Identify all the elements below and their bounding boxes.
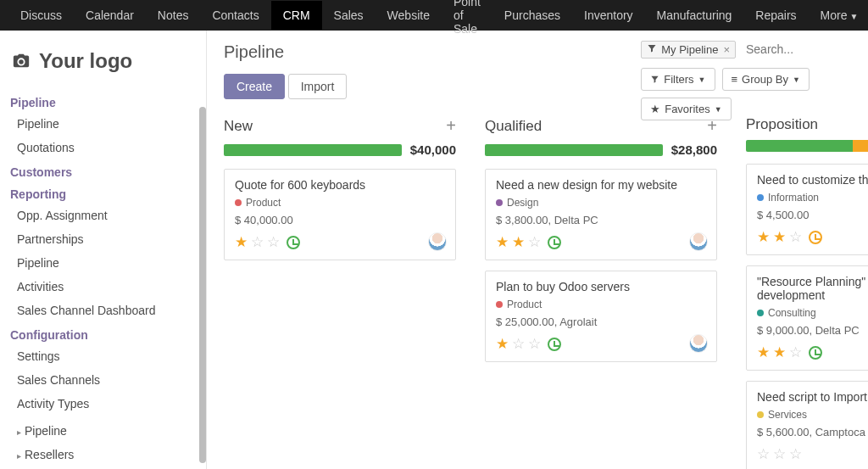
card-tag: Product [496, 299, 706, 310]
card-subtitle: $ 5,600.00, Camptoca [757, 426, 868, 438]
priority-star[interactable]: ★ [773, 228, 786, 246]
column-total: $40,000 [410, 142, 456, 157]
sidebar-item-sales-channel-dashboard[interactable]: Sales Channel Dashboard [8, 299, 198, 322]
priority-star[interactable]: ☆ [757, 445, 770, 463]
sidebar-header-pipeline[interactable]: Pipeline [8, 93, 198, 112]
nav-notes[interactable]: Notes [146, 1, 201, 30]
priority-star[interactable]: ★ [496, 233, 509, 251]
nav-more[interactable]: More▼ [809, 1, 868, 30]
nav-inventory[interactable]: Inventory [572, 1, 645, 30]
sidebar-item-pipeline[interactable]: Pipeline [8, 112, 198, 136]
sidebar-scrollbar[interactable] [199, 107, 206, 463]
tag-label: Product [246, 197, 281, 209]
tag-label: Information [768, 192, 819, 204]
card-footer: ★★☆ [757, 228, 868, 246]
kanban-card[interactable]: Need to customize theInformation$ 4,500.… [746, 164, 868, 255]
priority-star[interactable]: ☆ [512, 335, 525, 353]
tag-dot-icon [757, 194, 764, 201]
priority-star[interactable]: ★ [512, 233, 525, 251]
sidebar-header-configuration[interactable]: Configuration [8, 326, 198, 344]
tag-dot-icon [235, 199, 242, 206]
activity-clock-icon[interactable] [809, 346, 822, 360]
sidebar-header-reporting[interactable]: Reporting [8, 185, 198, 204]
avatar[interactable] [689, 334, 708, 353]
card-subtitle: $ 4,500.00 [757, 209, 868, 221]
card-footer: ★☆☆ [496, 335, 706, 353]
search-input[interactable] [741, 39, 868, 59]
nav-calendar[interactable]: Calendar [74, 1, 146, 30]
nav-discuss[interactable]: Discuss [8, 1, 74, 30]
create-button[interactable]: Create [224, 74, 285, 99]
chevron-down-icon: ▼ [698, 75, 706, 84]
close-icon[interactable]: × [723, 43, 730, 56]
priority-star[interactable]: ☆ [251, 233, 264, 251]
add-card-button[interactable]: + [446, 116, 456, 136]
priority-star[interactable]: ★ [773, 343, 786, 361]
priority-star[interactable]: ☆ [789, 228, 802, 246]
kanban-card[interactable]: Need a new design for my websiteDesign$ … [485, 169, 717, 260]
nav-manufacturing[interactable]: Manufacturing [645, 1, 744, 30]
card-title: Plan to buy Odoo servers [496, 280, 706, 293]
kanban-column-proposition: PropositionNeed to customize theInformat… [746, 116, 868, 469]
column-progress-bar [746, 140, 868, 152]
card-title: "Resource Planning" p development [757, 275, 868, 302]
import-button[interactable]: Import [288, 74, 348, 99]
kanban-card[interactable]: Plan to buy Odoo serversProduct$ 25,000.… [485, 271, 717, 362]
sidebar-item-partnerships[interactable]: Partnerships [8, 227, 198, 251]
activity-clock-icon[interactable] [548, 236, 561, 249]
nav-purchases[interactable]: Purchases [492, 1, 572, 30]
funnel-icon [647, 43, 657, 56]
tag-dot-icon [496, 301, 503, 308]
column-progress-bar [485, 144, 663, 156]
tag-label: Consulting [768, 307, 816, 319]
kanban-card[interactable]: Quote for 600 keyboardsProduct$ 40,000.0… [224, 169, 456, 260]
sidebar-item-pipeline[interactable]: Pipeline [8, 251, 198, 275]
priority-star[interactable]: ☆ [528, 233, 541, 251]
favorites-button[interactable]: ★ Favorites ▼ [641, 98, 731, 120]
activity-clock-icon[interactable] [548, 338, 561, 351]
groupby-button[interactable]: ≡ Group By ▼ [722, 68, 810, 91]
priority-star[interactable]: ★ [496, 335, 509, 353]
card-title: Need a new design for my website [496, 178, 706, 192]
priority-star[interactable]: ☆ [528, 335, 541, 353]
card-footer: ★★☆ [496, 233, 706, 251]
priority-star[interactable]: ☆ [789, 445, 802, 463]
avatar[interactable] [428, 232, 447, 251]
priority-star[interactable]: ☆ [789, 343, 802, 361]
sidebar-item-resellers[interactable]: Resellers [8, 443, 198, 466]
column-progress-bar [224, 144, 402, 156]
search-facet[interactable]: My Pipeline × [641, 41, 736, 59]
priority-star[interactable]: ☆ [267, 233, 280, 251]
avatar[interactable] [689, 232, 708, 251]
filters-button[interactable]: Filters ▼ [641, 68, 715, 91]
card-subtitle: $ 25,000.00, Agrolait [496, 315, 706, 328]
sidebar-item-activity-types[interactable]: Activity Types [8, 392, 198, 416]
top-nav: DiscussCalendarNotesContactsCRMSalesWebs… [0, 0, 868, 31]
search-bar[interactable]: My Pipeline × [641, 39, 868, 59]
sidebar-item-settings[interactable]: Settings [8, 344, 198, 368]
sidebar-item-pipeline[interactable]: Pipeline [8, 419, 198, 443]
kanban-card[interactable]: Need script to Import eServices$ 5,600.0… [746, 381, 868, 469]
sidebar-item-opp-assignment[interactable]: Opp. Assignment [8, 204, 198, 227]
nav-website[interactable]: Website [376, 1, 442, 30]
sidebar-item-activities[interactable]: Activities [8, 275, 198, 299]
tag-label: Product [507, 299, 542, 310]
priority-star[interactable]: ★ [757, 343, 770, 361]
card-title: Need to customize the [757, 173, 868, 187]
priority-star[interactable]: ☆ [773, 445, 786, 463]
sidebar-item-quotations[interactable]: Quotations [8, 136, 198, 159]
priority-star[interactable]: ★ [757, 228, 770, 246]
card-title: Need script to Import e [757, 390, 868, 404]
sidebar-header-customers[interactable]: Customers [8, 163, 198, 181]
nav-crm[interactable]: CRM [271, 1, 322, 30]
nav-repairs[interactable]: Repairs [743, 1, 808, 30]
camera-icon [12, 52, 31, 70]
activity-clock-icon[interactable] [287, 236, 300, 249]
nav-contacts[interactable]: Contacts [200, 1, 270, 30]
activity-clock-icon[interactable] [809, 231, 822, 244]
favorites-label: Favorites [665, 103, 709, 115]
nav-sales[interactable]: Sales [322, 1, 376, 30]
priority-star[interactable]: ★ [235, 233, 248, 251]
kanban-card[interactable]: "Resource Planning" p developmentConsult… [746, 265, 868, 371]
sidebar-item-sales-channels[interactable]: Sales Channels [8, 368, 198, 392]
